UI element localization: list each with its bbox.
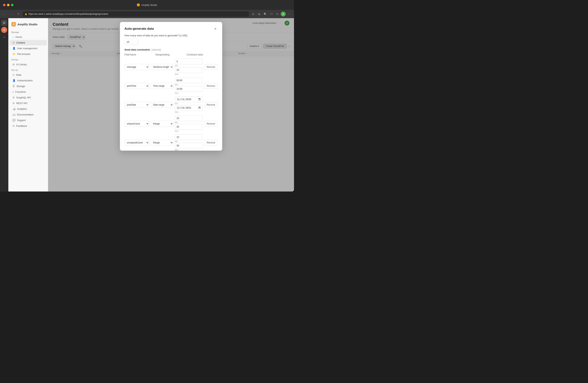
forward-button[interactable]: → — [9, 11, 14, 17]
sync-icon[interactable]: ↻ — [275, 11, 280, 17]
min-input-posttime[interactable] — [175, 86, 203, 92]
sidebar-item-analytics[interactable]: 📊 Analytics — [9, 106, 47, 112]
field-name-col-header: Field Name — [125, 53, 154, 56]
field-select-posttime[interactable]: postTime — [125, 83, 149, 89]
range-col-header: Range/setting — [156, 53, 185, 56]
sidebar-item-ui-library[interactable]: ⊞ UI Library — [9, 62, 47, 67]
seed-optional-label: (optional) — [151, 48, 161, 51]
value-block-postdate: Min Max — [175, 96, 203, 113]
sidebar-item-storage[interactable]: 🗄 Storage — [9, 83, 47, 89]
constraint-row-message: message Sentence length Min Max — [125, 59, 218, 75]
remove-btn-message[interactable]: Remove — [204, 64, 218, 70]
shield-icon[interactable]: 🛡 — [269, 11, 274, 17]
modal-close-button[interactable]: × — [213, 26, 218, 31]
min-input-message[interactable] — [175, 67, 203, 73]
rail-avatar[interactable]: A — [1, 27, 7, 33]
titlebar-center: Amplify Studio — [137, 3, 157, 6]
value-input-posttime[interactable] — [175, 77, 203, 83]
range-select-posttime[interactable]: Time range — [151, 83, 173, 89]
min-input-crosspostcount[interactable] — [175, 143, 203, 149]
constraint-row-sharescount: sharesCount Range Min Max Rem — [125, 115, 218, 132]
remove-btn-crosspostcount[interactable]: Remove — [204, 140, 218, 146]
field-select-sharescount[interactable]: sharesCount — [125, 121, 149, 127]
menu-icon[interactable]: ··· — [286, 11, 292, 17]
sidebar-label-rest: REST API — [16, 102, 27, 105]
url-text: https://eu-west-1.admin.amplifyapp.com/a… — [28, 13, 108, 15]
apps-icon[interactable]: ⊞ — [256, 11, 262, 17]
value-block-message: Min Max — [175, 59, 203, 75]
storage-icon: 🗄 — [13, 85, 15, 88]
constraint-row-top-sharescount: sharesCount Range Min Max Rem — [125, 115, 218, 132]
sidebar-item-user-management[interactable]: 👤 User management — [9, 46, 47, 51]
min-input-postdate[interactable] — [175, 105, 203, 111]
max-label-posttime: Max — [175, 92, 203, 94]
remove-btn-sharescount[interactable]: Remove — [204, 121, 218, 127]
min-label-sharescount: Min — [175, 121, 203, 124]
zoom-icon[interactable]: 🔍 — [263, 11, 268, 17]
icon-rail: ⊡ A + — [0, 18, 8, 192]
sidebar-section-manage: Manage — [8, 30, 48, 34]
sidebar-label-home: Home — [16, 36, 22, 38]
address-bar[interactable]: 🔒 https://eu-west-1.admin.amplifyapp.com… — [23, 11, 249, 17]
sidebar-label-storage: Storage — [17, 85, 25, 88]
range-select-crosspostcount[interactable]: Range — [151, 140, 173, 146]
field-select-postdate[interactable]: postDate — [125, 102, 149, 108]
constraint-row-top-crosspostcount: crosspostCount Range Min Max — [125, 134, 218, 151]
sidebar-item-support[interactable]: 💬 Support — [9, 117, 47, 123]
close-button[interactable] — [3, 4, 5, 6]
min-input-sharescount[interactable] — [175, 124, 203, 130]
ui-library-icon: ⊞ — [13, 63, 15, 66]
constraint-row-posttime: postTime Time range Min Max R — [125, 77, 218, 94]
sidebar-label-file-browser: File browser — [17, 53, 30, 56]
minimize-button[interactable] — [7, 4, 9, 6]
modal-title: Auto-generate data — [125, 27, 154, 31]
app-body: ⊡ A + A Amplify Studio Manage ⌂ Home ☰ C… — [0, 18, 294, 192]
value-input-crosspostcount[interactable] — [175, 134, 203, 140]
graphql-icon: ⚙ — [13, 96, 15, 99]
sidebar-item-feedback[interactable]: ✉ Feedback — [9, 123, 47, 129]
value-input-postdate[interactable] — [175, 96, 203, 102]
range-select-postdate[interactable]: Date range — [151, 102, 173, 108]
sidebar-label-documentation: Documentation — [17, 113, 34, 116]
sidebar-section-design: Design — [8, 57, 48, 61]
value-input-message[interactable] — [175, 59, 203, 64]
data-icon: ⊡ — [13, 74, 15, 76]
sidebar-item-documentation[interactable]: 📖 Documentation — [9, 112, 47, 117]
range-select-sharescount[interactable]: Range — [151, 121, 173, 127]
range-select-message[interactable]: Sentence length — [151, 64, 173, 70]
screen-icon[interactable]: ⊡ — [251, 11, 256, 17]
sidebar-item-rest[interactable]: ⚙ REST API — [9, 100, 47, 106]
app-window: Amplify Studio ← → ↻ 🔒 https://eu-west-1… — [0, 0, 294, 192]
lock-icon: 🔒 — [25, 13, 27, 15]
sidebar-item-data[interactable]: ⊡ Data — [9, 72, 47, 77]
sidebar-item-content[interactable]: ☰ Content — [9, 40, 47, 45]
docs-icon: 📖 — [13, 113, 16, 116]
constraint-row-crosspostcount: crosspostCount Range Min Max — [125, 134, 218, 151]
sidebar-item-graphql[interactable]: ⚙ GraphQL API — [9, 95, 47, 100]
min-label-message: Min — [175, 65, 203, 67]
functions-icon: λ — [13, 91, 14, 93]
user-avatar[interactable]: A — [281, 12, 286, 17]
field-select-crosspostcount[interactable]: crosspostCount — [125, 140, 149, 146]
rail-add-icon[interactable]: + — [1, 34, 7, 40]
back-button[interactable]: ← — [2, 11, 8, 17]
sidebar-item-authentication[interactable]: 👤 Authentication — [9, 78, 47, 83]
refresh-button[interactable]: ↻ — [16, 11, 21, 17]
sidebar-label-ui-library: UI Library — [16, 63, 27, 66]
support-icon: 💬 — [13, 119, 16, 122]
value-block-posttime: Min Max — [175, 77, 203, 94]
sidebar-item-file-browser[interactable]: 📁 File browser — [9, 51, 47, 57]
remove-btn-postdate[interactable]: Remove — [204, 102, 218, 108]
remove-btn-posttime[interactable]: Remove — [204, 83, 218, 89]
sidebar-item-functions[interactable]: λ Functions — [9, 89, 47, 95]
rows-input[interactable] — [125, 39, 138, 45]
maximize-button[interactable] — [11, 4, 13, 6]
value-input-sharescount[interactable] — [175, 115, 203, 121]
sidebar-label-authentication: Authentication — [17, 79, 33, 82]
rail-browser-icon[interactable]: ⊡ — [1, 20, 7, 26]
modal-header: Auto-generate data × — [125, 26, 218, 31]
auto-generate-modal: Auto-generate data × How many rows of da… — [120, 22, 222, 151]
constraint-row-postdate: postDate Date range Min Max R — [125, 96, 218, 113]
field-select-message[interactable]: message — [125, 64, 149, 70]
sidebar-item-home[interactable]: ⌂ Home — [9, 34, 47, 40]
